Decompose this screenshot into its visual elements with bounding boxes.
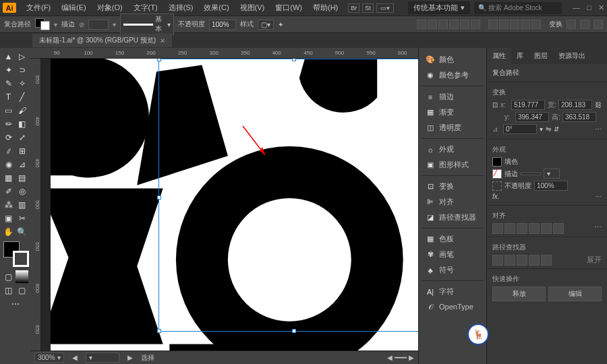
- opacity-swatch[interactable]: [492, 181, 502, 191]
- release-button[interactable]: 释放: [492, 286, 546, 301]
- selection-tool[interactable]: ▲: [2, 50, 15, 63]
- mesh-tool[interactable]: ▦: [2, 171, 15, 184]
- stock-search[interactable]: 🔍 搜索 Adobe Stock: [474, 2, 562, 14]
- menu-select[interactable]: 选择(S): [164, 1, 198, 15]
- panel-stroke[interactable]: ≡描边: [422, 89, 484, 104]
- align-top-icon[interactable]: [529, 223, 540, 234]
- align-icon[interactable]: [499, 20, 509, 29]
- transform-icon[interactable]: [580, 20, 589, 29]
- stroke-swatch[interactable]: ╱: [492, 169, 502, 179]
- align-icon[interactable]: [488, 20, 498, 29]
- x-input[interactable]: 519.777: [511, 100, 545, 110]
- brush-tool[interactable]: 🖌: [16, 104, 28, 117]
- close-button[interactable]: ✕: [598, 3, 604, 12]
- menu-effect[interactable]: 效果(C): [199, 1, 233, 15]
- align-vc-icon[interactable]: [541, 223, 552, 234]
- hand-tool[interactable]: ✋: [2, 225, 15, 238]
- selection-bounding-box[interactable]: [158, 59, 418, 332]
- artboard-nav[interactable]: ▾: [86, 353, 119, 363]
- edit-button[interactable]: 编辑: [548, 286, 602, 301]
- more-options-icon[interactable]: ⋯: [594, 223, 602, 234]
- panel-transparency[interactable]: ◫透明度: [422, 120, 484, 135]
- symbol-sprayer-tool[interactable]: ⁂: [2, 198, 15, 211]
- edit-toolbar-button[interactable]: ⋯: [2, 297, 28, 310]
- gradient-mode-icon[interactable]: [16, 270, 28, 283]
- curvature-tool[interactable]: ✧: [16, 77, 28, 90]
- align-icon[interactable]: [428, 20, 437, 29]
- flip-h-icon[interactable]: ⇋: [546, 125, 551, 133]
- stroke-weight-input2[interactable]: [521, 173, 541, 175]
- nav-prev-icon[interactable]: ◀: [72, 354, 78, 361]
- shaper-tool[interactable]: ✏: [2, 117, 15, 130]
- zoom-level[interactable]: 300% ▾: [34, 353, 64, 363]
- free-transform-tool[interactable]: ⊞: [16, 144, 28, 157]
- magic-wand-tool[interactable]: ✦: [2, 63, 15, 76]
- tab-layers[interactable]: 图层: [529, 48, 553, 64]
- fill-stroke-swatch[interactable]: [35, 18, 50, 30]
- panel-gradient[interactable]: ▦渐变: [422, 104, 484, 120]
- transform-label[interactable]: 变换: [549, 20, 562, 29]
- align-bottom-icon[interactable]: [553, 223, 564, 234]
- w-input[interactable]: 208.183: [558, 100, 592, 110]
- align-icon[interactable]: [471, 20, 480, 29]
- menu-type[interactable]: 文字(T): [129, 1, 163, 15]
- more-options-icon[interactable]: ⋯: [595, 125, 602, 133]
- color-mode-icon[interactable]: ▢: [2, 270, 15, 283]
- opacity-label[interactable]: 不透明度: [178, 20, 205, 29]
- menu-view[interactable]: 视图(V): [235, 1, 270, 15]
- rectangle-tool[interactable]: ▭: [2, 104, 15, 117]
- stroke-profile[interactable]: ▾: [544, 169, 560, 179]
- panel-color-guide[interactable]: ◉颜色参考: [422, 67, 484, 83]
- style-label[interactable]: 样式: [240, 20, 254, 29]
- angle-input[interactable]: 0°: [503, 124, 537, 134]
- panel-character[interactable]: A|字符: [422, 284, 484, 299]
- artboard-tool[interactable]: ▣: [2, 212, 15, 224]
- scale-tool[interactable]: ⤢: [16, 131, 28, 144]
- y-input[interactable]: 396.347: [515, 112, 549, 122]
- align-icon[interactable]: [417, 20, 426, 29]
- opacity-input[interactable]: [209, 20, 236, 30]
- draw-mode-icon[interactable]: ◫: [2, 284, 15, 297]
- align-icon[interactable]: [449, 20, 459, 29]
- scrollbar-h[interactable]: ◀ ━━━ ▶: [387, 354, 414, 361]
- fill-swatch[interactable]: [492, 157, 502, 166]
- blend-tool[interactable]: ◎: [16, 185, 28, 198]
- align-icon[interactable]: [521, 20, 530, 29]
- align-hc-icon[interactable]: [504, 223, 515, 234]
- align-pixel-icon[interactable]: ✦: [278, 21, 283, 28]
- align-icon[interactable]: [460, 20, 469, 29]
- rotate-tool[interactable]: ⟳: [2, 131, 15, 144]
- stroke-weight-input[interactable]: [88, 20, 109, 30]
- panel-color[interactable]: 🎨颜色: [422, 52, 484, 67]
- unite-icon[interactable]: [492, 255, 503, 266]
- zoom-tool[interactable]: 🔍: [16, 225, 28, 238]
- opacity-input2[interactable]: 100%: [534, 181, 568, 191]
- align-icon[interactable]: [438, 20, 448, 29]
- more-options-icon[interactable]: ⋯: [595, 193, 602, 200]
- perspective-tool[interactable]: ⊿: [16, 158, 28, 171]
- slice-tool[interactable]: ✂: [16, 212, 28, 224]
- intersect-icon[interactable]: [517, 255, 527, 266]
- canvas[interactable]: [41, 59, 418, 351]
- graphic-style-dd[interactable]: ▢▾: [258, 20, 274, 30]
- pen-tool[interactable]: ✎: [2, 77, 15, 90]
- line-tool[interactable]: ╱: [16, 90, 28, 103]
- fx-button[interactable]: fx.: [492, 193, 500, 200]
- align-icon[interactable]: [510, 20, 519, 29]
- shape-builder-tool[interactable]: ◉: [2, 158, 15, 171]
- stroke-label[interactable]: 描边: [61, 20, 75, 29]
- menu-window[interactable]: 窗口(W): [270, 1, 307, 15]
- panel-pathfinder[interactable]: ◪路径查找器: [422, 210, 484, 225]
- fill-stroke-indicator[interactable]: [3, 241, 29, 267]
- panel-transform[interactable]: ⊡变换: [422, 179, 484, 194]
- workspace-switcher[interactable]: 传统基本功能 ▾: [408, 1, 470, 14]
- tab-asset-export[interactable]: 资源导出: [553, 48, 591, 64]
- flip-v-icon[interactable]: ⇵: [554, 125, 559, 133]
- gradient-tool[interactable]: ▤: [16, 171, 28, 184]
- menu-file[interactable]: 文件(F): [22, 1, 55, 15]
- eraser-tool[interactable]: ◧: [16, 117, 28, 130]
- brush-definition[interactable]: 基本▾: [120, 13, 174, 35]
- align-icon[interactable]: [531, 20, 541, 29]
- tab-libraries[interactable]: 库: [511, 48, 529, 64]
- align-left-icon[interactable]: [492, 223, 503, 234]
